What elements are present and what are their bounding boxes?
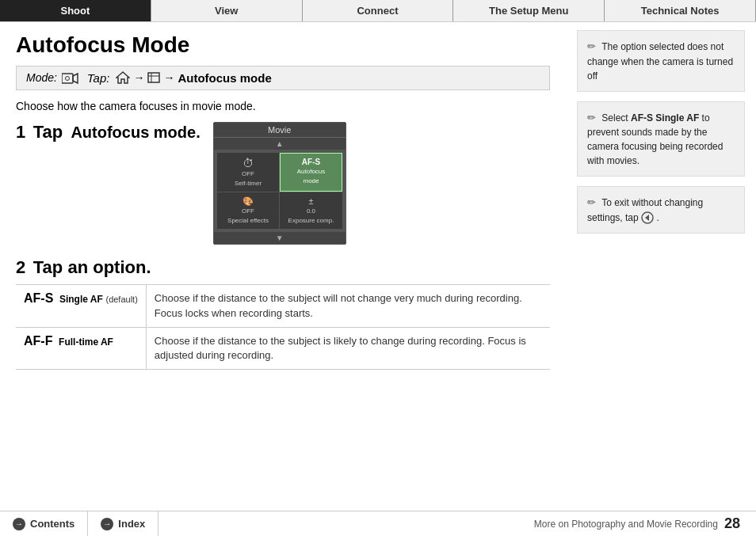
camera-item-self-timer: ⏱ OFF Self-timer (217, 153, 280, 192)
camera-menu-grid: ⏱ OFF Self-timer AF-S Autofocus mode 🎨 O… (214, 150, 346, 232)
svg-rect-0 (62, 74, 73, 83)
note-icon-1: ✏ (587, 40, 596, 52)
mode-movie-icon (62, 72, 79, 85)
contents-arrow-icon: → (13, 518, 25, 530)
tab-technical-notes[interactable]: Technical Notes (605, 0, 756, 21)
contents-link[interactable]: → Contents (0, 511, 88, 537)
option-afs-desc: Choose if the distance to the subject wi… (146, 285, 550, 327)
option-aff-desc: Choose if the distance to the subject is… (146, 327, 550, 369)
step2-header: 2 Tap an option. (16, 257, 550, 278)
table-row: AF-S Single AF (default) Choose if the d… (16, 285, 550, 327)
option-aff-label: AF-F Full-time AF (16, 327, 146, 369)
main-content: Autofocus Mode Mode: Tap: (0, 22, 756, 511)
svg-point-2 (65, 77, 69, 81)
arrow-right-2: → (163, 71, 174, 84)
svg-marker-3 (116, 72, 129, 83)
camera-item-autofocus: AF-S Autofocus mode (280, 153, 342, 192)
bottom-bar: → Contents → Index More on Photography a… (0, 511, 756, 536)
top-navigation: Shoot View Connect The Setup Menu Techni… (0, 0, 756, 22)
index-link[interactable]: → Index (88, 511, 158, 537)
svg-rect-4 (148, 73, 159, 82)
mode-label: Mode: (26, 71, 79, 85)
step1-text-area: 1 Tap Autofocus mode. (16, 122, 200, 149)
tab-view[interactable]: View (151, 0, 303, 21)
index-arrow-icon: → (101, 518, 113, 530)
svg-marker-1 (73, 74, 78, 83)
tap-section: Tap: → → Autofocus mode (87, 71, 272, 85)
arrow-right-1: → (133, 71, 144, 84)
camera-screen-title: Movie (214, 123, 346, 138)
table-row: AF-F Full-time AF Choose if the distance… (16, 327, 550, 369)
camera-scroll-up: ▲ (214, 138, 346, 150)
step1-header: 1 Tap Autofocus mode. (16, 122, 200, 143)
step1-area: 1 Tap Autofocus mode. Movie ▲ ⏱ OFF Self… (16, 122, 550, 245)
options-table: AF-S Single AF (default) Choose if the d… (16, 284, 550, 370)
option-afs-label: AF-S Single AF (default) (16, 285, 146, 327)
left-column: Autofocus Mode Mode: Tap: (0, 22, 566, 511)
footer-text: More on Photography and Movie Recording (534, 519, 718, 530)
tap-label: Tap: (87, 71, 110, 85)
menu-box-icon (147, 72, 160, 83)
tab-connect[interactable]: Connect (303, 0, 454, 21)
camera-item-exposure: ± 0.0 Exposure comp. (280, 192, 342, 229)
svg-marker-8 (645, 215, 649, 221)
tab-setup-menu[interactable]: The Setup Menu (453, 0, 605, 21)
page-title: Autofocus Mode (16, 33, 550, 58)
note-icon-3: ✏ (587, 196, 596, 208)
back-button-icon (641, 211, 654, 224)
camera-item-special-effects: 🎨 OFF Special effects (217, 192, 280, 229)
camera-scroll-down: ▼ (214, 232, 346, 244)
bottom-right: More on Photography and Movie Recording … (534, 515, 756, 532)
autofocus-mode-link[interactable]: Autofocus mode (178, 71, 271, 85)
bottom-left: → Contents → Index (0, 511, 158, 537)
page-number: 28 (724, 515, 740, 532)
note-box-1: ✏ The option selected does not change wh… (577, 30, 745, 92)
page-description: Choose how the camera focuses in movie m… (16, 100, 550, 112)
note-box-3: ✏ To exit without changing settings, tap… (577, 186, 745, 234)
right-column: ✏ The option selected does not change wh… (566, 22, 756, 511)
tab-shoot[interactable]: Shoot (0, 0, 151, 21)
mode-bar: Mode: Tap: → (16, 66, 550, 90)
note-box-2: ✏ Select AF-S Single AF to prevent sound… (577, 101, 745, 177)
note-icon-2: ✏ (587, 112, 596, 124)
home-icon (116, 71, 130, 84)
step2-section: 2 Tap an option. AF-S Single AF (default… (16, 257, 550, 370)
camera-screen: Movie ▲ ⏱ OFF Self-timer AF-S Autofocus … (213, 122, 346, 245)
